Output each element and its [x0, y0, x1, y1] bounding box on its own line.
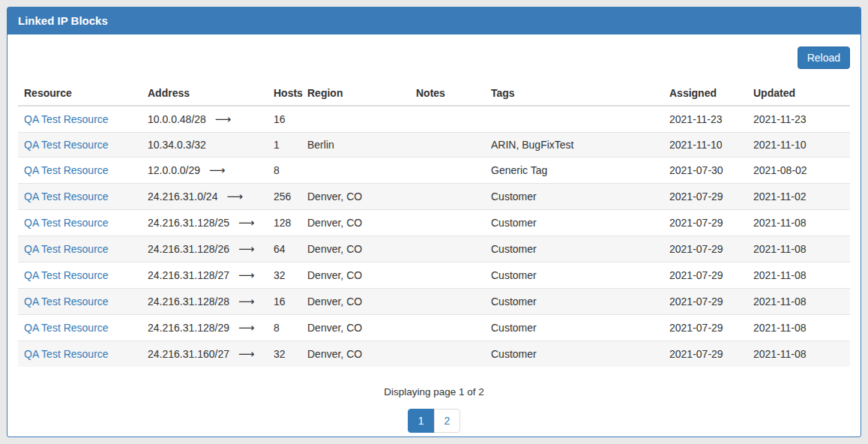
hosts-cell: 16 [268, 106, 301, 133]
updated-cell: 2021-08-02 [747, 158, 850, 184]
address-cell: 24.216.31.160/27⟶ [142, 341, 268, 368]
hosts-cell: 8 [268, 158, 301, 184]
column-header-hosts: Hosts [268, 81, 301, 106]
table-row: QA Test Resource 24.216.31.0/24⟶ 256 Den… [18, 184, 850, 210]
column-header-resource: Resource [18, 81, 142, 106]
assigned-cell: 2021-07-29 [663, 315, 747, 341]
address-cell: 12.0.0.0/29⟶ [142, 158, 268, 184]
table-row: QA Test Resource 24.216.31.128/26⟶ 64 De… [18, 236, 850, 262]
hosts-cell: 32 [268, 262, 301, 289]
hosts-cell: 128 [268, 210, 301, 236]
notes-cell [410, 133, 485, 158]
panel-header: Linked IP Blocks [7, 8, 861, 34]
resource-cell: QA Test Resource [18, 236, 142, 262]
resource-cell: QA Test Resource [18, 210, 142, 236]
region-cell [301, 106, 410, 133]
resource-cell: QA Test Resource [18, 315, 142, 341]
assigned-cell: 2021-07-29 [663, 289, 747, 315]
table-row: QA Test Resource 10.34.0.3/32 1 Berlin A… [18, 133, 850, 158]
reload-button[interactable]: Reload [798, 46, 850, 69]
resource-link[interactable]: QA Test Resource [24, 139, 109, 151]
hosts-cell: 256 [268, 184, 301, 210]
resource-link[interactable]: QA Test Resource [24, 296, 109, 308]
resource-link[interactable]: QA Test Resource [24, 113, 109, 125]
column-header-notes: Notes [410, 81, 485, 106]
resource-link[interactable]: QA Test Resource [24, 164, 109, 176]
updated-cell: 2021-11-02 [747, 184, 850, 210]
table-row: QA Test Resource 10.0.0.48/28⟶ 16 2021-1… [18, 106, 850, 133]
region-cell: Berlin [301, 133, 410, 158]
updated-cell: 2021-11-08 [747, 315, 850, 341]
notes-cell [410, 262, 485, 289]
assigned-cell: 2021-11-23 [663, 106, 747, 133]
column-header-updated: Updated [747, 81, 850, 106]
address-text: 12.0.0.0/29 [148, 164, 200, 176]
address-text: 10.0.0.48/28 [148, 113, 206, 125]
address-cell: 24.216.31.0/24⟶ [142, 184, 268, 210]
arrow-right-icon[interactable]: ⟶ [238, 347, 255, 360]
page-button-1[interactable]: 1 [408, 409, 435, 433]
arrow-right-icon[interactable]: ⟶ [226, 190, 243, 202]
ip-blocks-table: ResourceAddressHostsRegionNotesTagsAssig… [18, 81, 850, 367]
updated-cell: 2021-11-08 [747, 210, 850, 236]
resource-link[interactable]: QA Test Resource [24, 348, 109, 360]
hosts-cell: 16 [268, 289, 301, 315]
region-cell [301, 158, 410, 184]
address-text: 24.216.31.0/24 [148, 190, 217, 202]
table-header-row: ResourceAddressHostsRegionNotesTagsAssig… [18, 81, 850, 106]
resource-link[interactable]: QA Test Resource [24, 243, 109, 255]
region-cell: Denver, CO [301, 289, 410, 315]
region-cell: Denver, CO [301, 236, 410, 262]
assigned-cell: 2021-11-10 [663, 133, 747, 158]
table-row: QA Test Resource 24.216.31.160/27⟶ 32 De… [18, 341, 850, 368]
hosts-cell: 1 [268, 133, 301, 158]
tags-cell: Customer [485, 289, 663, 315]
tags-cell: Customer [485, 315, 663, 341]
resource-link[interactable]: QA Test Resource [24, 269, 109, 281]
panel-title: Linked IP Blocks [18, 14, 108, 27]
assigned-cell: 2021-07-30 [663, 158, 747, 184]
table-row: QA Test Resource 24.216.31.128/25⟶ 128 D… [18, 210, 850, 236]
resource-link[interactable]: QA Test Resource [24, 322, 109, 334]
notes-cell [410, 289, 485, 315]
tags-cell: Customer [485, 262, 663, 289]
tags-cell: Customer [485, 184, 663, 210]
resource-cell: QA Test Resource [18, 341, 142, 368]
resource-link[interactable]: QA Test Resource [24, 190, 109, 202]
arrow-right-icon[interactable]: ⟶ [215, 112, 232, 125]
table-body: QA Test Resource 10.0.0.48/28⟶ 16 2021-1… [18, 106, 850, 367]
page-button-2[interactable]: 2 [434, 409, 461, 433]
notes-cell [410, 210, 485, 236]
region-cell: Denver, CO [301, 210, 410, 236]
address-text: 24.216.31.128/27 [148, 269, 229, 281]
assigned-cell: 2021-07-29 [663, 236, 747, 262]
column-header-tags: Tags [485, 81, 663, 106]
arrow-right-icon[interactable]: ⟶ [238, 268, 255, 281]
hosts-cell: 64 [268, 236, 301, 262]
updated-cell: 2021-11-10 [747, 133, 850, 158]
tags-cell: Customer [485, 236, 663, 262]
arrow-right-icon[interactable]: ⟶ [238, 242, 255, 255]
resource-cell: QA Test Resource [18, 184, 142, 210]
resource-link[interactable]: QA Test Resource [24, 217, 109, 229]
region-cell: Denver, CO [301, 184, 410, 210]
region-cell: Denver, CO [301, 262, 410, 289]
address-cell: 24.216.31.128/29⟶ [142, 315, 268, 341]
arrow-right-icon[interactable]: ⟶ [238, 321, 255, 334]
resource-cell: QA Test Resource [18, 262, 142, 289]
region-cell: Denver, CO [301, 315, 410, 341]
resource-cell: QA Test Resource [18, 106, 142, 133]
arrow-right-icon[interactable]: ⟶ [238, 216, 255, 229]
assigned-cell: 2021-07-29 [663, 262, 747, 289]
updated-cell: 2021-11-08 [747, 236, 850, 262]
notes-cell [410, 236, 485, 262]
pagination: 12 [18, 409, 850, 433]
notes-cell [410, 184, 485, 210]
notes-cell [410, 315, 485, 341]
toolbar: Reload [18, 46, 850, 69]
arrow-right-icon[interactable]: ⟶ [209, 164, 226, 176]
linked-ip-blocks-panel: Linked IP Blocks Reload ResourceAddressH… [7, 7, 861, 437]
arrow-right-icon[interactable]: ⟶ [238, 295, 255, 308]
region-cell: Denver, CO [301, 341, 410, 368]
address-text: 24.216.31.128/29 [148, 322, 229, 334]
